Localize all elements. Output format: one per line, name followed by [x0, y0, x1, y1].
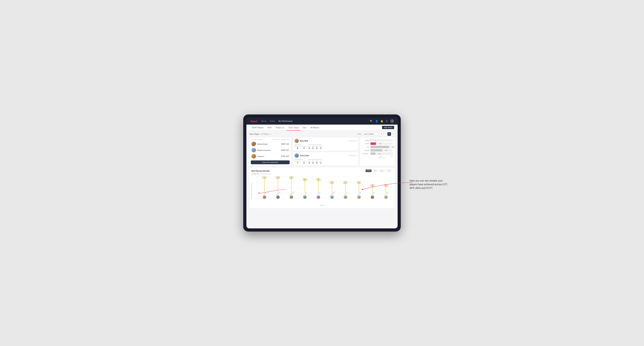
streak-sub-metric: Fairway Accuracy	[260, 173, 271, 175]
sub-nav-team-clippd[interactable]: Team Clippd	[286, 125, 301, 131]
nav-bar: clippd Home Teams My Performance 🔍 👤 🔔 ⚙…	[246, 118, 398, 125]
player-card: Josh Coles 26 Aug 2023 Total Rounds Tour…	[292, 152, 358, 166]
player-avatar	[384, 195, 388, 199]
bar-fill: 96	[370, 142, 376, 145]
total-rounds-label: Total Rounds	[294, 159, 306, 160]
streak-value: 6x	[290, 176, 294, 179]
x-label-0: 0	[370, 156, 371, 157]
bar-count: 3	[375, 140, 376, 141]
avatar[interactable]: U	[390, 119, 394, 123]
card-stats: Total Rounds Tournament 8 Practice	[294, 144, 356, 149]
y-axis-label-area: Best Streak, Fairway Accuracy	[252, 176, 254, 204]
sub-nav: PGAT Players PGA Hcaps 1-5 Team Clippd T…	[246, 125, 398, 131]
practice-activities-label: Total Practice Activities	[308, 159, 322, 160]
putt-stat: PUTT 0	[320, 146, 322, 149]
main-content: Team Clippd | 14 Players ✏ Show Last 3 m…	[246, 131, 398, 228]
bar-count: 131	[378, 153, 380, 155]
player-col-coles: 5x J. Coles	[298, 176, 312, 199]
bar-fill: 3	[370, 139, 371, 142]
pb-avg: 103	[286, 155, 289, 157]
streak-line	[359, 184, 359, 193]
app-tab[interactable]: APP	[372, 170, 378, 172]
bar-track: 499	[370, 146, 393, 148]
chart-view-button[interactable]: ✎	[391, 132, 395, 136]
streak-line	[291, 179, 292, 193]
add-team-button[interactable]: Add Team	[382, 126, 394, 129]
x-axis-title: Players	[252, 204, 392, 206]
streaks-title: Best Round Streaks	[252, 170, 270, 172]
putt-stat: PUTT 1	[320, 161, 322, 164]
streak-value: 5x	[303, 178, 307, 181]
bar-track: 3	[370, 139, 393, 142]
period-select[interactable]: Last 3 months Last 6 months Last 12 mont…	[362, 133, 378, 135]
edit-icon[interactable]: ✏	[270, 133, 272, 135]
avatar	[294, 139, 299, 143]
streak-value: 4x	[330, 181, 334, 184]
nav-my-performance[interactable]: My Performance	[278, 120, 292, 122]
streak-bars-area: 7x E. Ebert 6x	[258, 176, 392, 204]
nav-icons: 🔍 👤 🔔 ⚙ U	[370, 119, 394, 123]
table-view-button[interactable]: ☰	[388, 132, 391, 136]
view-full-leaderboard-button[interactable]: View Full Leaderboard	[251, 161, 290, 164]
player-avatar	[330, 195, 334, 199]
pb-avg: 110	[286, 143, 289, 145]
streak-value: 7x	[262, 176, 266, 179]
sub-nav-hcaps[interactable]: Hcaps 1-5	[274, 125, 286, 131]
show-label: Show	[357, 133, 361, 135]
pb-avg: 107	[286, 149, 289, 151]
arg-stat: ARG 0	[316, 146, 318, 149]
nav-home[interactable]: Home	[261, 120, 266, 122]
team-header: Team Clippd | 14 Players ✏ Show Last 3 m…	[249, 132, 395, 136]
settings-icon[interactable]: ⚙	[386, 120, 388, 123]
ott-stat: OTT 0	[308, 146, 310, 149]
sub-nav-all-players[interactable]: All Players	[308, 125, 321, 131]
view-icons: ☷ ≡ ☰ ✎	[380, 132, 395, 136]
table-row[interactable]: 3 Cameron... 17/20 103	[251, 153, 290, 159]
rounds-breakdown: Tournament 7 Practice 2	[294, 161, 306, 164]
bar-label-birdies: Birdies	[362, 143, 370, 145]
table-row[interactable]: 1 Richard Butler 19/20 110	[251, 141, 290, 147]
rank-badge: 2	[254, 151, 256, 152]
chart-x-axis: 0 200 400	[362, 156, 393, 157]
player-avatar	[371, 195, 374, 199]
sub-nav-links: PGAT Players PGA Hcaps 1-5 Team Clippd T…	[250, 125, 321, 131]
player-col-ford: 4x D. Ford	[339, 176, 352, 199]
streak-bar: 4x	[357, 181, 361, 193]
player-name: Cameron...	[257, 155, 280, 157]
bar-count: 499	[392, 146, 394, 148]
sub-nav-pgat[interactable]: PGAT Players	[250, 125, 266, 131]
player-col-butler: 3x R. Butler	[366, 176, 379, 199]
team-title: Team Clippd | 14 Players ✏	[249, 133, 272, 135]
bell-icon[interactable]: 🔔	[380, 120, 383, 123]
ott-tab[interactable]: OTT	[366, 170, 372, 172]
y-tick-2: 2	[256, 192, 257, 193]
card-date: 26 Aug 2023	[348, 155, 356, 156]
annotation: Here you can see streaks your players ha…	[410, 179, 450, 190]
app-stat: APP 0	[312, 161, 314, 164]
player-avatar	[263, 195, 266, 199]
arg-tab[interactable]: ARG	[379, 170, 385, 172]
sub-nav-tour[interactable]: Tour	[301, 125, 308, 131]
grid-view-button[interactable]: ☷	[380, 132, 383, 136]
sub-nav-pga[interactable]: PGA	[266, 125, 274, 131]
streak-line	[345, 184, 346, 193]
streak-bar: 3x	[370, 184, 374, 193]
pb-score-header: PB SCORE	[272, 139, 280, 140]
y-tick-0: 0	[256, 198, 257, 199]
list-view-button[interactable]: ≡	[384, 132, 387, 136]
search-icon[interactable]: 🔍	[370, 120, 373, 123]
streak-value: 6x	[276, 176, 280, 179]
putt-tab[interactable]: PUTT	[386, 170, 392, 172]
user-icon[interactable]: 👤	[375, 120, 378, 123]
bar-fill: 311	[370, 149, 382, 152]
nav-teams[interactable]: Teams	[270, 120, 275, 122]
rank-badge: 3	[254, 157, 256, 159]
practice-activities-group: Total Practice Activities OTT 0 APP	[308, 159, 322, 164]
bar-fill: 499	[370, 146, 389, 148]
player-card: Rees Britt 02 Sep 2023 Total Rounds Tour…	[292, 137, 358, 151]
pb-score: 17/20	[281, 155, 285, 157]
y-axis-label: Best Streak, Fairway Accuracy	[251, 180, 252, 201]
arg-stat: ARG 0	[316, 161, 318, 164]
table-row[interactable]: 2 Edward Crossman 18/20 107	[251, 147, 290, 153]
avatar: 2	[252, 148, 256, 152]
